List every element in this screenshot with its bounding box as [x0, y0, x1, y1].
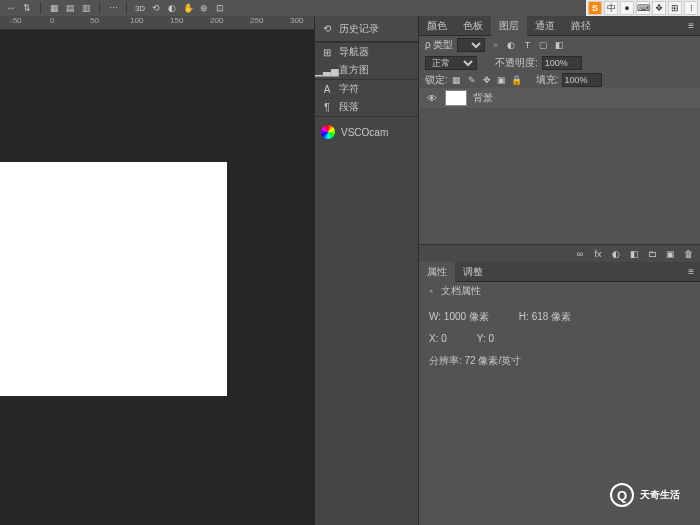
tool-icon-11[interactable]: ⊕ — [197, 1, 211, 15]
lock-paint-icon[interactable]: ✎ — [466, 74, 478, 86]
lock-artboard-icon[interactable]: ▣ — [496, 74, 508, 86]
divider — [315, 116, 418, 117]
tab-adjustments[interactable]: 调整 — [455, 262, 491, 282]
opacity-label: 不透明度: — [495, 56, 538, 70]
prop-h: H: 618 像素 — [519, 308, 571, 326]
character-item[interactable]: A 字符 — [315, 80, 418, 98]
histogram-label: 直方图 — [339, 63, 369, 77]
tab-layers[interactable]: 图层 — [491, 16, 527, 36]
properties-body: W: 1000 像素 H: 618 像素 X: 0 Y: 0 分辨率: 72 像… — [419, 300, 700, 382]
tool-icon-2[interactable]: ⇅ — [20, 1, 34, 15]
histogram-icon: ▁▃▅ — [321, 64, 333, 76]
panel-menu-icon[interactable]: ≡ — [682, 20, 700, 31]
tool-icon-8[interactable]: ⟲ — [149, 1, 163, 15]
tool-icon-1[interactable]: ↔ — [4, 1, 18, 15]
prop-w: W: 1000 像素 — [429, 308, 489, 326]
history-header[interactable]: ⟲ 历史记录 — [315, 16, 418, 42]
ime-tool-icon[interactable]: ⊞ — [668, 1, 682, 15]
canvas-workspace[interactable] — [0, 30, 314, 525]
right-dock: 颜色 色板 图层 通道 路径 ≡ ρ 类型 ▫ ◐ T ▢ ◧ 正常 不透明度:… — [419, 16, 700, 525]
new-layer-icon[interactable]: ▣ — [664, 248, 676, 260]
watermark-text: 天奇生活 — [640, 488, 680, 502]
prop-x: X: 0 — [429, 330, 447, 348]
tab-swatch[interactable]: 色板 — [455, 16, 491, 36]
lock-label: 锁定: — [425, 73, 448, 87]
tool-icon-5[interactable]: ▥ — [79, 1, 93, 15]
tool-icon-12[interactable]: ⊡ — [213, 1, 227, 15]
separator — [99, 2, 100, 14]
paragraph-icon: ¶ — [321, 101, 333, 113]
character-label: 字符 — [339, 82, 359, 96]
kind-select[interactable] — [457, 38, 485, 52]
blend-row: 正常 不透明度: — [419, 54, 700, 72]
properties-panel: ▫ 文档属性 W: 1000 像素 H: 618 像素 X: 0 Y: 0 分辨… — [419, 282, 700, 382]
ime-s-icon[interactable]: S — [588, 1, 602, 15]
blend-select[interactable]: 正常 — [425, 56, 477, 70]
tab-color[interactable]: 颜色 — [419, 16, 455, 36]
layer-kind-row: ρ 类型 ▫ ◐ T ▢ ◧ — [419, 36, 700, 54]
bottom-tabs: 属性 调整 ≡ — [419, 262, 700, 282]
histogram-item[interactable]: ▁▃▅ 直方图 — [315, 61, 418, 79]
history-label: 历史记录 — [339, 22, 379, 36]
tab-channels[interactable]: 通道 — [527, 16, 563, 36]
ime-skin-icon[interactable]: ❖ — [652, 1, 666, 15]
history-panel: ⟲ 历史记录 ⊞ 导航器 ▁▃▅ 直方图 A 字符 ¶ 段落 VSCOcam — [314, 16, 419, 525]
ime-keyboard-icon[interactable]: ⌨ — [636, 1, 650, 15]
character-icon: A — [321, 83, 333, 95]
ime-dot-icon[interactable]: ● — [620, 1, 634, 15]
history-icon: ⟲ — [321, 23, 333, 35]
tool-icon-4[interactable]: ▤ — [63, 1, 77, 15]
mask-icon[interactable]: ◐ — [610, 248, 622, 260]
paragraph-item[interactable]: ¶ 段落 — [315, 98, 418, 116]
panel-menu-icon[interactable]: ≡ — [682, 266, 700, 277]
filter-adj-icon[interactable]: ◐ — [505, 39, 517, 51]
filter-smart-icon[interactable]: ◧ — [553, 39, 565, 51]
navigator-label: 导航器 — [339, 45, 369, 59]
visibility-icon[interactable]: 👁 — [425, 91, 439, 105]
fx-icon[interactable]: fx — [592, 248, 604, 260]
navigator-item[interactable]: ⊞ 导航器 — [315, 43, 418, 61]
watermark: Q 天奇生活 — [610, 483, 680, 507]
properties-title: 文档属性 — [441, 284, 481, 298]
layer-list: 👁 背景 — [419, 88, 700, 244]
layer-footer: ∞ fx ◐ ◧ 🗀 ▣ 🗑 — [419, 244, 700, 262]
separator — [40, 2, 41, 14]
filter-img-icon[interactable]: ▫ — [489, 39, 501, 51]
vscocam-label: VSCOcam — [341, 127, 388, 138]
properties-header: ▫ 文档属性 — [419, 282, 700, 300]
layer-name: 背景 — [473, 91, 493, 105]
fill-input[interactable] — [562, 73, 602, 87]
kind-label: ρ 类型 — [425, 38, 453, 52]
lock-move-icon[interactable]: ✥ — [481, 74, 493, 86]
tool-icon-10[interactable]: ✋ — [181, 1, 195, 15]
layer-row-background[interactable]: 👁 背景 — [419, 88, 700, 108]
tab-properties[interactable]: 属性 — [419, 262, 455, 282]
opacity-input[interactable] — [542, 56, 582, 70]
lock-all-icon[interactable]: 🔒 — [511, 74, 523, 86]
vscocam-icon — [321, 125, 335, 139]
vscocam-item[interactable]: VSCOcam — [315, 123, 418, 141]
watermark-icon: Q — [610, 483, 634, 507]
tool-icon-3[interactable]: ▦ — [47, 1, 61, 15]
filter-shape-icon[interactable]: ▢ — [537, 39, 549, 51]
delete-icon[interactable]: 🗑 — [682, 248, 694, 260]
tab-paths[interactable]: 路径 — [563, 16, 599, 36]
tool-icon-9[interactable]: ◐ — [165, 1, 179, 15]
top-tabs: 颜色 色板 图层 通道 路径 ≡ — [419, 16, 700, 36]
navigator-icon: ⊞ — [321, 46, 333, 58]
group-icon[interactable]: 🗀 — [646, 248, 658, 260]
lock-row: 锁定: ▦ ✎ ✥ ▣ 🔒 填充: — [419, 72, 700, 88]
separator — [126, 2, 127, 14]
document-canvas[interactable] — [0, 162, 227, 396]
filter-type-icon[interactable]: T — [521, 39, 533, 51]
tool-icon-6[interactable]: ⋯ — [106, 1, 120, 15]
layer-thumbnail[interactable] — [445, 90, 467, 106]
ime-lang-icon[interactable]: 中 — [604, 1, 618, 15]
adjust-icon[interactable]: ◧ — [628, 248, 640, 260]
ime-menu-icon[interactable]: ⁝ — [684, 1, 698, 15]
paragraph-label: 段落 — [339, 100, 359, 114]
tool-3d-icon[interactable]: 3D — [133, 1, 147, 15]
doc-icon: ▫ — [425, 285, 437, 297]
link-icon[interactable]: ∞ — [574, 248, 586, 260]
lock-trans-icon[interactable]: ▦ — [451, 74, 463, 86]
